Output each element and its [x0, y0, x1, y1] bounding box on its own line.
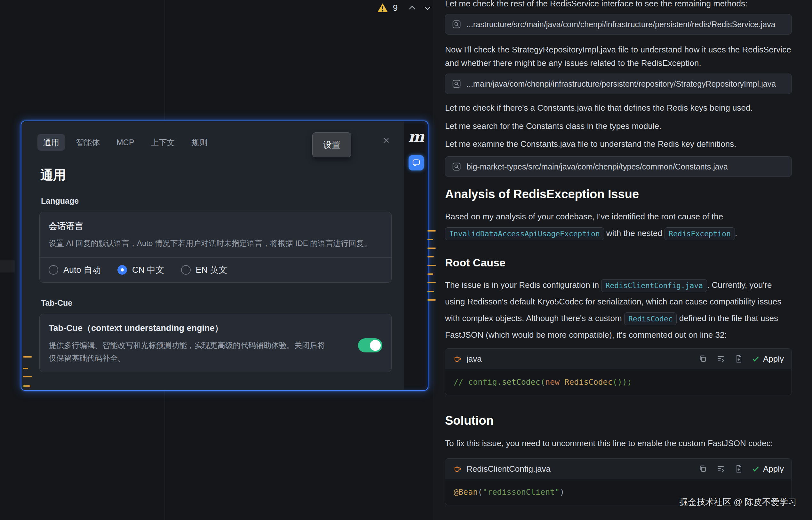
settings-dialog-panel: 通用 智能体 MCP 上下文 规则 设置 通用 Language 会话语言 设置… [21, 121, 404, 390]
annotation-mark [427, 230, 436, 232]
code-block-actions: Apply [698, 354, 784, 364]
solution-paragraph: To fix this issue, you need to uncomment… [445, 437, 792, 450]
language-options: Auto 自动 CN 中文 EN 英文 [40, 258, 391, 282]
radio-option-auto[interactable]: Auto 自动 [49, 264, 101, 276]
file-reference-chip[interactable]: ...main/java/com/chenpi/infrastructure/p… [445, 74, 792, 94]
file-search-icon [452, 162, 461, 172]
ai-chat-icon[interactable] [409, 155, 424, 171]
code-token: ()); [613, 378, 632, 387]
apply-check-icon [752, 465, 760, 473]
tab-context[interactable]: 上下文 [145, 134, 181, 151]
m-logo: m [408, 128, 425, 146]
radio-icon-selected[interactable] [118, 265, 127, 275]
tabcue-section-label: Tab-Cue [41, 297, 72, 308]
code-filename-label: RedisClientConfig.java [466, 464, 551, 474]
chevron-up-icon[interactable] [407, 3, 417, 14]
inline-code: RedisCodec [624, 312, 677, 325]
radio-option-cn[interactable]: CN 中文 [118, 264, 164, 276]
annotation-mark [23, 376, 32, 378]
inline-code: InvalidDataAccessApiUsageException [445, 227, 604, 240]
code-token: // config. [454, 378, 502, 387]
annotation-mark [427, 274, 433, 275]
tab-rules[interactable]: 规则 [186, 134, 213, 151]
apply-button[interactable]: Apply [752, 464, 784, 474]
java-cup-icon [453, 354, 462, 363]
tabcue-card-title: Tab-Cue（context understanding engine） [49, 322, 382, 334]
root-cause-paragraph: The issue is in your Redis configuration… [445, 277, 792, 343]
chat-message: Let me check if there's a Constants.java… [445, 101, 792, 114]
text-run: The issue is in your Redis configuration… [445, 280, 599, 290]
watermark: 掘金技术社区 @ 陈皮不爱学习 [680, 496, 797, 508]
new-file-icon[interactable] [734, 464, 744, 474]
text-run: Based on my analysis of your codebase, I… [445, 212, 723, 221]
chat-message: Let me examine the Constants.java file t… [445, 137, 792, 151]
dialog-title: 通用 [40, 166, 66, 184]
file-reference-chip[interactable]: ...rastructure/src/main/java/com/chenpi/… [445, 14, 792, 34]
annotation-mark [23, 356, 32, 358]
language-card-description: 设置 AI 回复的默认语言，Auto 情况下若用户对话时未指定语言，将根据 ID… [49, 237, 382, 250]
file-path: ...main/java/com/chenpi/infrastructure/p… [466, 79, 776, 88]
code-token: RedisCodec [564, 378, 613, 387]
java-cup-icon [453, 464, 462, 473]
tab-mcp[interactable]: MCP [111, 134, 140, 151]
file-reference-chip[interactable]: big-market-types/src/main/java/com/chenp… [445, 156, 792, 177]
analysis-heading: Analysis of RedisException Issue [445, 186, 792, 202]
insert-code-icon[interactable] [716, 354, 726, 364]
annotation-mark [23, 385, 30, 387]
code-block-body: // config.setCodec(new RedisCodec()); [446, 369, 791, 395]
tabcue-card: Tab-Cue（context understanding engine） 提供… [40, 314, 391, 372]
code-block-actions: Apply [698, 464, 784, 474]
apply-button[interactable]: Apply [752, 354, 784, 364]
annotation-mark [427, 291, 434, 292]
radio-option-en[interactable]: EN 英文 [181, 264, 227, 276]
radio-label: EN 英文 [196, 264, 227, 276]
copy-icon[interactable] [698, 354, 708, 364]
annotation-mark [427, 282, 436, 283]
chat-message: Now I'll check the StrategyRepositoryImp… [445, 43, 792, 70]
apply-label: Apply [763, 464, 784, 474]
annotation-mark [427, 248, 436, 249]
solution-heading: Solution [445, 413, 792, 428]
tab-general[interactable]: 通用 [37, 134, 65, 151]
language-card-title: 会话语言 [49, 220, 382, 232]
radio-label: Auto 自动 [64, 264, 101, 276]
radio-icon[interactable] [181, 265, 191, 275]
new-file-icon[interactable] [734, 354, 744, 364]
language-card: 会话语言 设置 AI 回复的默认语言，Auto 情况下若用户对话时未指定语言，将… [40, 212, 391, 283]
annotation-mark [427, 239, 433, 240]
text-run: . [735, 228, 737, 238]
language-section-label: Language [41, 196, 79, 206]
annotation-mark [427, 256, 434, 257]
insert-code-icon[interactable] [716, 464, 726, 474]
analysis-paragraph: Based on my analysis of your codebase, I… [445, 208, 792, 241]
code-token: ( [478, 487, 482, 497]
code-token: setCodec( [502, 378, 545, 387]
settings-tooltip[interactable]: 设置 [312, 132, 351, 157]
tab-agents[interactable]: 智能体 [70, 134, 106, 151]
settings-tabs: 通用 智能体 MCP 上下文 规则 [37, 134, 213, 151]
root-cause-heading: Root Cause [445, 256, 792, 269]
warning-icon[interactable] [377, 3, 388, 13]
copy-icon[interactable] [698, 464, 708, 474]
activity-bar: m [405, 121, 428, 390]
warning-count: 9 [393, 3, 398, 13]
apply-label: Apply [763, 354, 784, 364]
tree-row-highlight [0, 260, 15, 272]
close-icon[interactable] [380, 134, 392, 147]
chat-message: Let me check the rest of the RedisServic… [445, 0, 792, 10]
chat-message: Let me search for the Constants class in… [445, 119, 792, 133]
file-path: ...rastructure/src/main/java/com/chenpi/… [466, 20, 776, 29]
inline-code: RedisClientConfig.java [601, 279, 707, 292]
chevron-down-icon[interactable] [422, 3, 433, 14]
code-token: "redissonClient" [482, 487, 560, 497]
settings-dialog: 通用 智能体 MCP 上下文 规则 设置 通用 Language 会话语言 设置… [21, 121, 428, 391]
code-token: new [545, 378, 564, 387]
annotation-mark [427, 265, 436, 266]
tabcue-card-description: 提供多行编辑、智能改写和光标预测功能，实现更高级的代码辅助体验。关闭后将仅保留基… [49, 339, 382, 365]
code-token: @Bean [454, 487, 478, 497]
radio-icon[interactable] [49, 265, 58, 275]
ai-chat-panel: Let me check the rest of the RedisServic… [433, 0, 812, 520]
tabcue-toggle[interactable] [358, 338, 382, 353]
apply-check-icon [752, 355, 760, 363]
code-block-header: java Apply [446, 348, 791, 369]
